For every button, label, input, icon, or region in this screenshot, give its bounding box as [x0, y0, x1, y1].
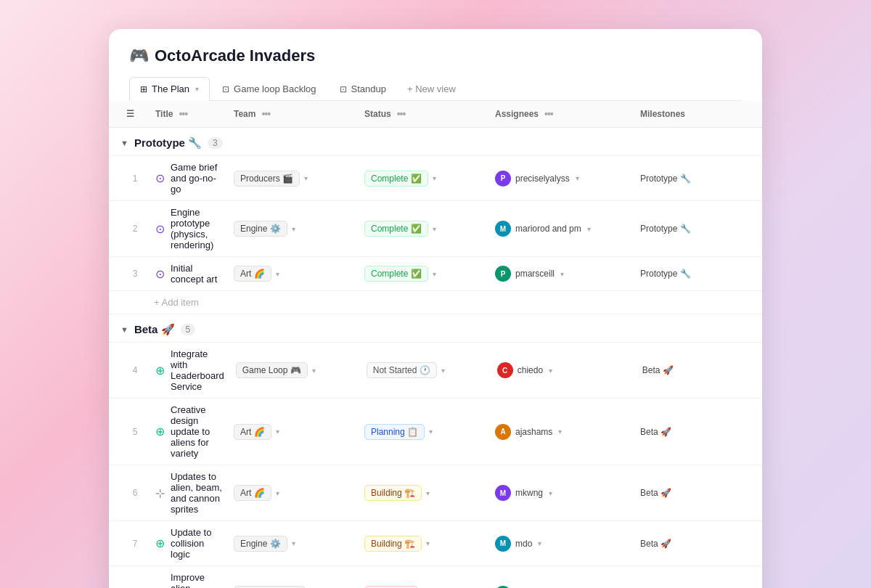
team-tag-6[interactable]: Art 🌈: [234, 485, 271, 501]
status-icon-in-progress-7: ⊕: [155, 536, 165, 550]
tab-label-standup: Standup: [351, 83, 386, 94]
team-tag-label-6: Art 🌈: [240, 488, 265, 498]
row-num-5: 5: [120, 427, 150, 437]
team-cell-8: Game Loop 🎮 ▾: [228, 583, 359, 588]
assignee-dropdown-5[interactable]: ▾: [558, 428, 562, 436]
team-tag-label-3: Art 🌈: [240, 269, 265, 279]
team-dropdown-1[interactable]: ▾: [304, 174, 308, 182]
chevron-beta[interactable]: ▼: [120, 325, 128, 334]
assignee-name-4: chiedo: [518, 365, 543, 375]
team-tag-2[interactable]: Engine ⚙️: [234, 221, 287, 237]
status-dropdown-6[interactable]: ▾: [426, 489, 430, 497]
team-dropdown-4[interactable]: ▾: [312, 367, 316, 375]
team-dropdown-3[interactable]: ▾: [276, 270, 279, 278]
assignee-dropdown-2[interactable]: ▾: [587, 225, 591, 233]
tab-label-the-plan: The Plan: [152, 83, 189, 94]
table-row: 7 ⊕ Update to collision logic Engine ⚙️ …: [109, 521, 762, 566]
tab-standup[interactable]: ⊡ Standup: [329, 77, 397, 100]
milestone-cell-3: Prototype 🔧: [634, 266, 751, 282]
assignee-dropdown-3[interactable]: ▾: [560, 270, 564, 278]
new-view-tab[interactable]: + New view: [398, 78, 465, 100]
section-count-prototype: 3: [208, 137, 223, 149]
tab-game-loop[interactable]: ⊡ Game loop Backlog: [211, 77, 327, 100]
team-tag-7[interactable]: Engine ⚙️: [234, 536, 287, 552]
team-dropdown-2[interactable]: ▾: [292, 225, 295, 233]
status-badge-1[interactable]: Complete ✅: [364, 171, 428, 187]
status-badge-4[interactable]: Not Started 🕐: [367, 362, 437, 378]
team-dropdown-6[interactable]: ▾: [276, 489, 279, 497]
assignee-name-5: ajashams: [515, 427, 552, 437]
avatar-3: P: [495, 266, 511, 282]
assignee-cell-5: A ajashams ▾: [489, 421, 634, 443]
table-row: 8 ⊕ Improve alien respawn rate Game Loop…: [109, 566, 762, 588]
row-title-text-5: Creative design update to aliens for var…: [171, 404, 222, 459]
status-cell-6: Building 🏗️ ▾: [359, 482, 489, 504]
assignee-dropdown-1[interactable]: ▾: [576, 174, 579, 182]
assignee-name-1: preciselyalyss: [515, 173, 570, 184]
add-item-prototype[interactable]: + Add item: [109, 291, 762, 314]
status-badge-label-5: Planning 📋: [371, 427, 418, 437]
status-badge-label-4: Not Started 🕐: [373, 365, 430, 375]
assignee-dropdown-6[interactable]: ▾: [549, 489, 552, 497]
team-tag-4[interactable]: Game Loop 🎮: [236, 362, 308, 378]
row-title-7: ⊕ Update to collision logic: [150, 521, 228, 565]
status-dropdown-7[interactable]: ▾: [426, 539, 430, 547]
assignee-name-3: pmarsceill: [515, 269, 555, 279]
row-num-7: 7: [120, 539, 150, 549]
chevron-prototype[interactable]: ▼: [120, 139, 128, 147]
status-badge-2[interactable]: Complete ✅: [364, 221, 428, 237]
row-num-3: 3: [120, 269, 150, 279]
section-header-prototype: ▼ Prototype 🔧 3: [109, 128, 762, 156]
tab-icon-standup: ⊡: [340, 84, 347, 94]
status-badge-label-2: Complete ✅: [371, 224, 422, 234]
table-row: 2 ⊙ Engine prototype (physics, rendering…: [109, 201, 762, 257]
section-count-beta: 5: [181, 324, 196, 335]
status-dropdown-4[interactable]: ▾: [441, 367, 445, 375]
th-title: Title •••: [150, 101, 228, 127]
team-cell-2: Engine ⚙️ ▾: [228, 218, 359, 240]
status-badge-3[interactable]: Complete ✅: [364, 266, 428, 282]
tab-dropdown-the-plan[interactable]: ▾: [195, 85, 199, 93]
th-milestones: Milestones: [634, 101, 751, 127]
row-num-4: 4: [120, 365, 150, 375]
team-tag-5[interactable]: Art 🌈: [234, 424, 271, 440]
row-title-3: ⊙ Initial concept art: [150, 257, 228, 290]
avatar-6: M: [495, 485, 511, 501]
table-row: 3 ⊙ Initial concept art Art 🌈 ▾ Complete…: [109, 257, 762, 291]
status-badge-7[interactable]: Building 🏗️: [364, 536, 422, 552]
assignee-name-2: mariorod and pm: [515, 224, 581, 234]
avatar-7: M: [495, 536, 511, 552]
tab-the-plan[interactable]: ⊞ The Plan ▾: [129, 77, 210, 101]
nav-tabs: ⊞ The Plan ▾ ⊡ Game loop Backlog ⊡ Stand…: [129, 77, 742, 101]
assignee-cell-4: C chiedo ▾: [491, 359, 637, 381]
th-assignees-label: Assignees: [495, 109, 539, 119]
status-icon-complete-2: ⊙: [155, 222, 165, 236]
th-status-dots[interactable]: •••: [397, 108, 406, 120]
status-icon-in-progress-5: ⊕: [155, 425, 165, 438]
team-tag-1[interactable]: Producers 🎬: [234, 171, 300, 187]
team-tag-label-4: Game Loop 🎮: [242, 365, 301, 375]
th-team: Team •••: [228, 101, 359, 127]
th-title-dots[interactable]: •••: [179, 108, 187, 120]
status-cell-5: Planning 📋 ▾: [359, 421, 489, 443]
th-team-dots[interactable]: •••: [261, 108, 270, 120]
row-title-6: ⊹ Updates to alien, beam, and cannon spr…: [150, 465, 228, 520]
table-container: ☰ Title ••• Team ••• Status ••• Assignee…: [109, 101, 762, 588]
milestone-cell-5: Beta 🚀: [634, 424, 751, 440]
status-dropdown-5[interactable]: ▾: [429, 428, 433, 436]
team-dropdown-5[interactable]: ▾: [276, 428, 279, 436]
th-assignees-dots[interactable]: •••: [544, 108, 553, 120]
status-dropdown-1[interactable]: ▾: [433, 174, 436, 182]
status-badge-6[interactable]: Building 🏗️: [364, 485, 422, 501]
team-cell-6: Art 🌈 ▾: [228, 482, 359, 504]
team-cell-7: Engine ⚙️ ▾: [228, 533, 359, 555]
assignee-dropdown-7[interactable]: ▾: [538, 539, 541, 547]
status-dropdown-2[interactable]: ▾: [433, 225, 436, 233]
status-badge-5[interactable]: Planning 📋: [364, 424, 425, 440]
team-tag-3[interactable]: Art 🌈: [234, 266, 271, 282]
assignee-dropdown-4[interactable]: ▾: [549, 367, 552, 375]
status-dropdown-3[interactable]: ▾: [433, 270, 436, 278]
team-cell-1: Producers 🎬 ▾: [228, 168, 359, 189]
team-dropdown-7[interactable]: ▾: [292, 539, 295, 547]
status-icon-in-progress-4: ⊕: [155, 364, 165, 377]
